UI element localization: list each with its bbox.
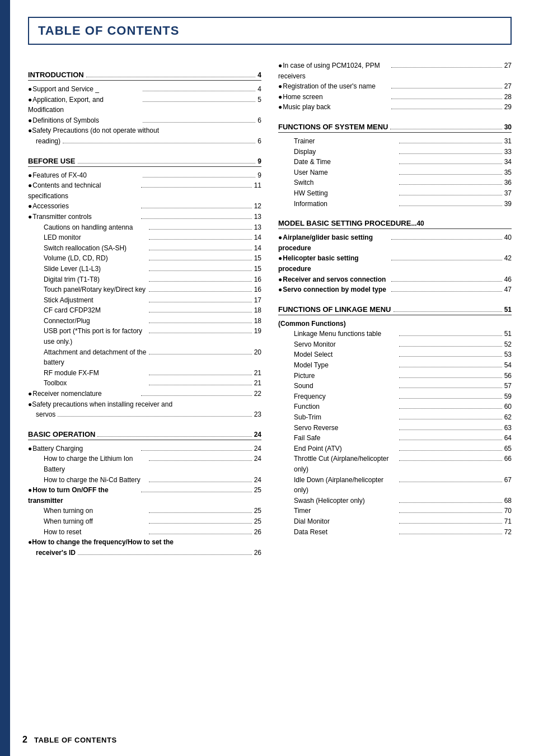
toc-entry: Volume (LD, CD, RD)15 <box>28 253 261 264</box>
toc-label: ●Safety precautions when installing rece… <box>28 399 172 410</box>
toc-label: Touch panel/Rotary key/Direct key <box>44 284 147 295</box>
toc-entry: ●Battery Charging24 <box>28 444 261 454</box>
toc-entry: How to reset26 <box>28 527 261 538</box>
toc-entry: Idle Down (Airplane/helicopter only)67 <box>278 475 512 496</box>
col-right: ●In case of using PCM1024, PPM receivers… <box>278 60 512 558</box>
toc-page: 15 <box>254 264 261 274</box>
toc-page: 9 <box>257 170 261 181</box>
toc-dots <box>149 512 252 513</box>
toc-entry: Information39 <box>278 199 512 209</box>
toc-page: 47 <box>504 284 512 295</box>
toc-page: 9 <box>257 157 261 165</box>
toc-label: Slide Lever (L1-L3) <box>44 264 147 274</box>
toc-entry: User Name35 <box>278 167 512 178</box>
toc-dots <box>149 281 252 282</box>
section-heading-text: BEFORE USE <box>28 157 76 165</box>
toc-label: Data Reset <box>294 527 397 538</box>
toc-label: ●In case of using PCM1024, PPM receivers <box>278 60 389 81</box>
left-bar <box>0 0 10 756</box>
toc-entry: LED monitor14 <box>28 232 261 243</box>
col-left: INTRODUCTION4●Support and Service _4●App… <box>28 60 261 558</box>
toc-page: 65 <box>504 444 512 454</box>
toc-page: 40 <box>416 220 424 227</box>
toc-page: 56 <box>504 371 512 381</box>
toc-page: 17 <box>254 295 261 306</box>
toc-entry: End Point (ATV)65 <box>278 444 512 454</box>
toc-page: 33 <box>504 147 512 157</box>
toc-entry: ●In case of using PCM1024, PPM receivers… <box>278 60 512 81</box>
section-heading: BEFORE USE9 <box>28 157 261 167</box>
toc-label: ●Home screen <box>278 92 389 102</box>
toc-page: 70 <box>504 506 512 516</box>
toc-page: 14 <box>254 232 261 243</box>
toc-dots <box>399 482 502 482</box>
toc-page: 42 <box>504 253 512 264</box>
page-title: TABLE OF CONTENTS <box>38 24 179 38</box>
toc-page: 24 <box>254 431 261 438</box>
toc-entry: ●Servo connection by model type47 <box>278 284 512 295</box>
toc-label: Timer <box>294 506 397 516</box>
toc-entry: How to charge the Ni-Cd Battery24 <box>28 475 261 486</box>
toc-page: 22 <box>254 389 261 399</box>
section-heading: MODEL BASIC SETTING PROCEDURE ... 40 <box>278 219 512 229</box>
two-column-layout: INTRODUCTION4●Support and Service _4●App… <box>28 60 512 558</box>
toc-entry: Switch36 <box>278 178 512 188</box>
toc-page: 16 <box>254 284 261 295</box>
toc-label: ●How to turn On/OFF the transmitter <box>28 485 139 506</box>
toc-label: Information <box>294 199 397 209</box>
toc-label: Swash (Helicopter only) <box>294 496 397 506</box>
toc-entry: ●Contents and technical specifications11 <box>28 180 261 201</box>
toc-dots <box>143 177 255 178</box>
toc-entry: Dial Monitor71 <box>278 516 512 527</box>
toc-dots <box>143 122 255 123</box>
toc-dots <box>399 346 502 347</box>
toc-entry-multiline: ●How to change the frequency/How to set … <box>28 537 261 558</box>
section-heading-text: FUNCTIONS OF SYSTEM MENU <box>278 123 388 131</box>
toc-dots <box>399 184 502 185</box>
toc-entry: ●Airplane/glider basic setting procedure… <box>278 232 512 253</box>
toc-page: 66 <box>504 454 512 464</box>
toc-label: USB port (*This port is for factory use … <box>44 326 147 347</box>
toc-dots <box>391 291 502 292</box>
toc-dots <box>63 143 255 143</box>
toc-label: ●Airplane/glider basic setting procedure <box>278 232 389 253</box>
toc-page: 36 <box>504 178 512 188</box>
toc-label-cont: reading) <box>36 136 60 147</box>
toc-page: 63 <box>504 423 512 433</box>
toc-label: ●Accessories <box>28 201 139 212</box>
toc-dots <box>399 450 502 451</box>
toc-dots <box>149 323 252 323</box>
toc-dots <box>149 482 252 482</box>
toc-dots <box>58 416 251 417</box>
footer-label: TABLE OF CONTENTS <box>34 736 117 744</box>
toc-label: When turning on <box>44 506 147 516</box>
header-box: TABLE OF CONTENTS <box>28 17 512 45</box>
toc-dots <box>141 187 252 188</box>
toc-label: Trainer <box>294 136 397 147</box>
toc-dots <box>391 239 502 240</box>
toc-dots <box>391 99 502 99</box>
toc-entry: ●Receiver and servos connection46 <box>278 274 512 285</box>
toc-dots <box>149 460 252 461</box>
toc-label: Attachment and detachment of the battery <box>44 347 147 368</box>
toc-label: ●Receiver and servos connection <box>278 274 389 285</box>
toc-dots <box>399 440 502 440</box>
toc-page: 25 <box>254 485 261 496</box>
toc-entry: Digital trim (T1-T8)16 <box>28 274 261 285</box>
section-heading-text: INTRODUCTION <box>28 71 84 79</box>
toc-label: ●Transmitter controls <box>28 212 139 222</box>
toc-dots <box>149 229 252 230</box>
toc-page: 13 <box>254 222 261 233</box>
toc-page: 68 <box>504 496 512 506</box>
toc-label: Dial Monitor <box>294 516 397 527</box>
toc-entry: Slide Lever (L1-L3)15 <box>28 264 261 274</box>
section-heading-text: BASIC OPERATION <box>28 430 95 438</box>
toc-entry: Swash (Helicopter only)68 <box>278 496 512 506</box>
toc-page: 13 <box>254 212 261 222</box>
toc-entry: Switch reallocation (SA-SH)14 <box>28 243 261 254</box>
toc-dots <box>149 239 252 240</box>
toc-page: 71 <box>504 516 512 527</box>
toc-label: Sub-Trim <box>294 412 397 423</box>
toc-page: 25 <box>254 506 261 516</box>
toc-dots <box>399 512 502 513</box>
